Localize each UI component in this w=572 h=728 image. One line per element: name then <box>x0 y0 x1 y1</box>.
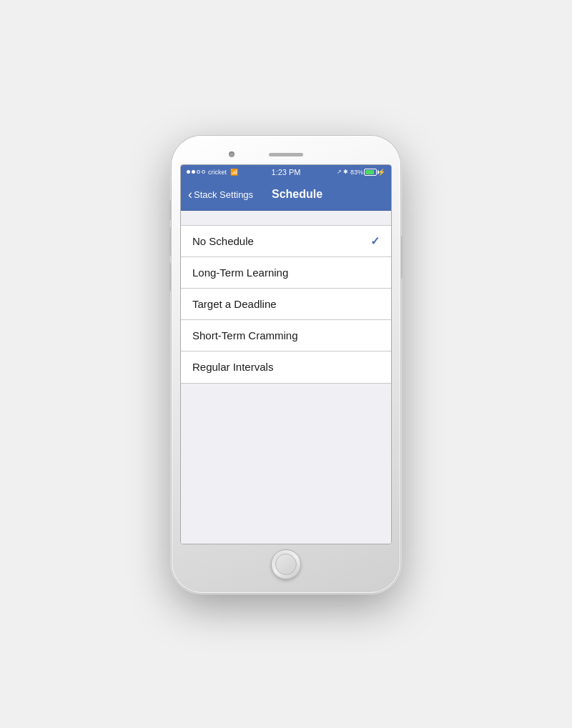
nav-title-area: Schedule <box>210 188 384 201</box>
status-time: 1:23 PM <box>272 168 301 176</box>
phone-screen: cricket 📶 1:23 PM ↗ ✱ 83% ⚡ <box>180 164 392 544</box>
battery-fill <box>365 170 374 174</box>
status-right: ↗ ✱ 83% ⚡ <box>337 169 385 176</box>
signal-dots <box>187 170 205 174</box>
volume-down-button[interactable] <box>169 263 172 291</box>
power-button[interactable] <box>400 236 403 279</box>
list-item-target-deadline[interactable]: Target a Deadline <box>181 289 391 320</box>
bluetooth-icon: ✱ <box>343 169 348 175</box>
earpiece-speaker <box>269 153 303 156</box>
nav-bar: ‹ Stack Settings Schedule <box>181 179 391 211</box>
status-bar: cricket 📶 1:23 PM ↗ ✱ 83% ⚡ <box>181 165 391 179</box>
list-item-regular-intervals[interactable]: Regular Intervals <box>181 351 391 383</box>
back-chevron-icon: ‹ <box>188 188 192 201</box>
list-item-short-term[interactable]: Short-Term Cramming <box>181 320 391 351</box>
target-deadline-label: Target a Deadline <box>192 298 277 310</box>
phone-frame: cricket 📶 1:23 PM ↗ ✱ 83% ⚡ <box>172 136 400 593</box>
list-item-no-schedule[interactable]: No Schedule ✓ <box>181 226 391 257</box>
front-camera <box>229 151 235 157</box>
signal-dot-3 <box>197 170 200 174</box>
signal-dot-1 <box>187 170 190 174</box>
wifi-icon: 📶 <box>230 169 238 176</box>
phone-bottom <box>180 544 392 584</box>
signal-dot-2 <box>192 170 195 174</box>
mute-button[interactable] <box>169 200 172 220</box>
phone-top-bar <box>180 144 392 164</box>
home-button-inner <box>275 554 297 575</box>
no-schedule-checkmark: ✓ <box>370 234 380 248</box>
signal-dot-4 <box>202 170 205 174</box>
regular-intervals-label: Regular Intervals <box>192 361 273 373</box>
no-schedule-label: No Schedule <box>192 235 254 247</box>
carrier-name: cricket <box>208 169 227 176</box>
location-icon: ↗ <box>337 169 342 175</box>
long-term-label: Long-Term Learning <box>192 266 288 279</box>
home-button[interactable] <box>271 549 301 579</box>
schedule-list: No Schedule ✓ Long-Term Learning Target … <box>181 225 391 384</box>
status-icons: ↗ ✱ <box>337 169 348 175</box>
top-gap <box>181 211 391 225</box>
bottom-gap <box>181 384 391 544</box>
list-item-long-term[interactable]: Long-Term Learning <box>181 257 391 289</box>
battery-percent: 83% <box>350 169 363 176</box>
content-area: No Schedule ✓ Long-Term Learning Target … <box>181 211 391 544</box>
short-term-label: Short-Term Cramming <box>192 329 298 341</box>
battery-container: 83% ⚡ <box>350 169 385 176</box>
battery-icon <box>364 169 377 176</box>
page-title: Schedule <box>272 188 322 201</box>
status-left: cricket 📶 <box>187 169 238 176</box>
volume-up-button[interactable] <box>169 227 172 256</box>
